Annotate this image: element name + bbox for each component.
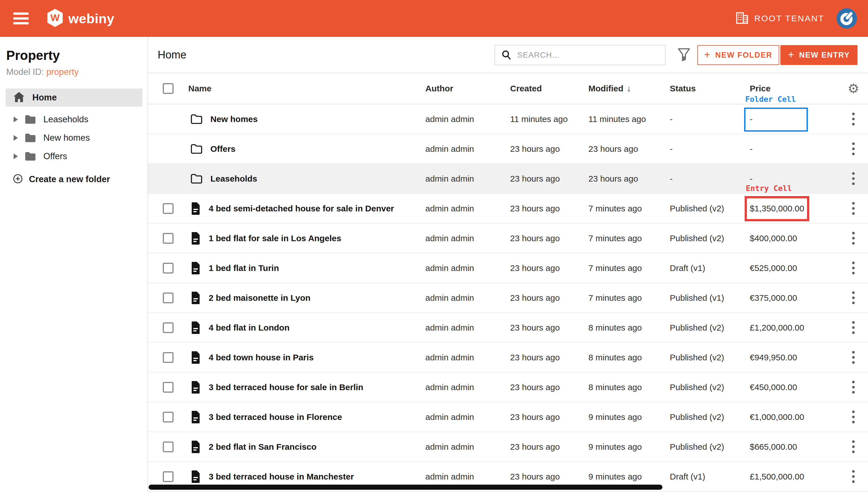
row-menu-button[interactable]: [849, 438, 858, 456]
toolbar: Home + NEW FOLDER + NEW ENTRY: [148, 37, 868, 73]
table-row[interactable]: Offersadmin admin23 hours ago23 hours ag…: [148, 134, 868, 164]
row-author: admin admin: [425, 114, 510, 124]
name-cell: Offers: [188, 143, 425, 155]
table-row[interactable]: 3 bed terraced house for sale in Berlina…: [148, 372, 868, 402]
menu-icon[interactable]: [13, 13, 29, 24]
name-cell: 4 bed town house in Paris: [188, 351, 425, 364]
table-row[interactable]: 3 bed terraced house in Florenceadmin ad…: [148, 402, 868, 432]
row-checkbox[interactable]: [163, 382, 174, 393]
home-icon: [13, 91, 25, 104]
row-name: 3 bed terraced house in Manchester: [209, 472, 354, 482]
row-checkbox[interactable]: [163, 293, 174, 303]
table-row[interactable]: 2 bed flat in San Franciscoadmin admin23…: [148, 432, 868, 462]
create-folder-button[interactable]: Create a new folder: [0, 174, 148, 185]
select-all-checkbox[interactable]: [163, 83, 174, 94]
expand-caret-icon[interactable]: [14, 117, 18, 122]
expand-caret-icon[interactable]: [14, 153, 18, 159]
row-menu-button[interactable]: [849, 289, 858, 307]
row-checkbox[interactable]: [163, 263, 174, 273]
column-header-author[interactable]: Author: [425, 84, 510, 93]
search-input[interactable]: [517, 50, 661, 59]
row-checkbox[interactable]: [163, 233, 174, 244]
row-checkbox[interactable]: [163, 412, 174, 422]
row-menu-button[interactable]: [849, 467, 858, 486]
row-menu-button[interactable]: [849, 378, 858, 396]
row-created: 23 hours ago: [510, 174, 588, 183]
row-menu-button[interactable]: [849, 348, 858, 367]
expand-caret-icon[interactable]: [14, 135, 18, 141]
row-menu-button[interactable]: [849, 169, 858, 188]
row-author: admin admin: [425, 412, 510, 422]
row-name: 2 bed maisonette in Lyon: [209, 293, 311, 303]
row-modified: 9 minutes ago: [588, 442, 670, 452]
row-checkbox[interactable]: [163, 322, 174, 333]
sort-desc-icon: ↓: [627, 84, 631, 93]
document-icon: [190, 410, 201, 424]
row-price: $1,350,000.00: [750, 204, 839, 213]
row-checkbox[interactable]: [163, 352, 174, 363]
row-status: -: [670, 114, 750, 124]
row-menu-button[interactable]: [849, 318, 858, 337]
horizontal-scrollbar[interactable]: [149, 485, 662, 490]
column-header-created[interactable]: Created: [510, 84, 588, 93]
row-status: Published (v2): [670, 323, 750, 333]
name-cell: 3 bed terraced house in Florence: [188, 410, 425, 424]
row-modified: 9 minutes ago: [588, 472, 670, 482]
row-checkbox[interactable]: [163, 203, 174, 214]
column-header-price[interactable]: Price: [750, 84, 839, 93]
row-modified: 9 minutes ago: [588, 412, 670, 422]
row-modified: 11 minutes ago: [588, 114, 670, 124]
row-name: 4 bed flat in London: [209, 323, 290, 333]
model-id: Model ID: property: [6, 67, 148, 77]
row-checkbox[interactable]: [163, 471, 174, 482]
sidebar-item-leaseholds[interactable]: Leaseholds: [0, 110, 148, 128]
sidebar-item-offers[interactable]: Offers: [0, 147, 148, 166]
document-icon: [190, 440, 201, 454]
plus-circle-icon: [13, 174, 23, 185]
row-menu-button[interactable]: [849, 408, 858, 426]
row-price: €525,000.00: [750, 263, 839, 273]
new-entry-button[interactable]: + NEW ENTRY: [780, 45, 858, 65]
table-row[interactable]: 4 bed town house in Parisadmin admin23 h…: [148, 343, 868, 372]
sidebar-item-home[interactable]: Home: [6, 89, 142, 107]
table-row[interactable]: 4 bed semi-detached house for sale in De…: [148, 194, 868, 224]
table-row[interactable]: New homesadmin admin11 minutes ago11 min…: [148, 104, 868, 134]
user-avatar[interactable]: [836, 8, 857, 29]
sidebar-item-label: Home: [32, 93, 57, 103]
table-row[interactable]: 2 bed maisonette in Lyonadmin admin23 ho…: [148, 283, 868, 313]
row-menu-button[interactable]: [849, 140, 858, 158]
webiny-logo[interactable]: W webiny: [46, 8, 114, 28]
sidebar-item-new-homes[interactable]: New homes: [0, 128, 148, 147]
new-entry-label: NEW ENTRY: [799, 51, 850, 59]
column-header-name[interactable]: Name: [188, 84, 425, 93]
row-author: admin admin: [425, 323, 510, 333]
row-status: Published (v2): [670, 353, 750, 362]
top-app-bar: W webiny ROOT TENANT: [0, 0, 868, 37]
column-header-modified[interactable]: Modified↓: [588, 84, 670, 93]
table-row[interactable]: Leaseholdsadmin admin23 hours ago23 hour…: [148, 164, 868, 194]
row-price: €375,000.00: [750, 293, 839, 303]
row-checkbox[interactable]: [163, 442, 174, 452]
table-row[interactable]: 1 bed flat in Turinadmin admin23 hours a…: [148, 253, 868, 283]
table-settings-gear-icon[interactable]: ⚙: [848, 82, 859, 95]
svg-text:W: W: [51, 12, 60, 23]
row-menu-button[interactable]: [849, 199, 858, 218]
document-icon: [190, 321, 201, 335]
column-header-status[interactable]: Status: [670, 84, 750, 93]
table-row[interactable]: 4 bed flat in Londonadmin admin23 hours …: [148, 313, 868, 343]
building-icon: [736, 11, 748, 26]
row-author: admin admin: [425, 233, 510, 243]
row-menu-button[interactable]: [849, 229, 858, 247]
row-menu-button[interactable]: [849, 259, 858, 277]
row-created: 23 hours ago: [510, 263, 588, 273]
new-folder-button[interactable]: + NEW FOLDER: [697, 45, 779, 65]
table-row[interactable]: 1 bed flat for sale in Los Angelesadmin …: [148, 224, 868, 253]
row-modified: 23 hours ago: [588, 174, 670, 183]
row-created: 23 hours ago: [510, 144, 588, 154]
row-status: -: [670, 174, 750, 183]
filter-button[interactable]: [675, 45, 693, 64]
tenant-selector[interactable]: ROOT TENANT: [736, 11, 824, 26]
tenant-label: ROOT TENANT: [754, 14, 824, 23]
name-cell: 2 bed maisonette in Lyon: [188, 291, 425, 305]
row-menu-button[interactable]: [849, 110, 858, 128]
